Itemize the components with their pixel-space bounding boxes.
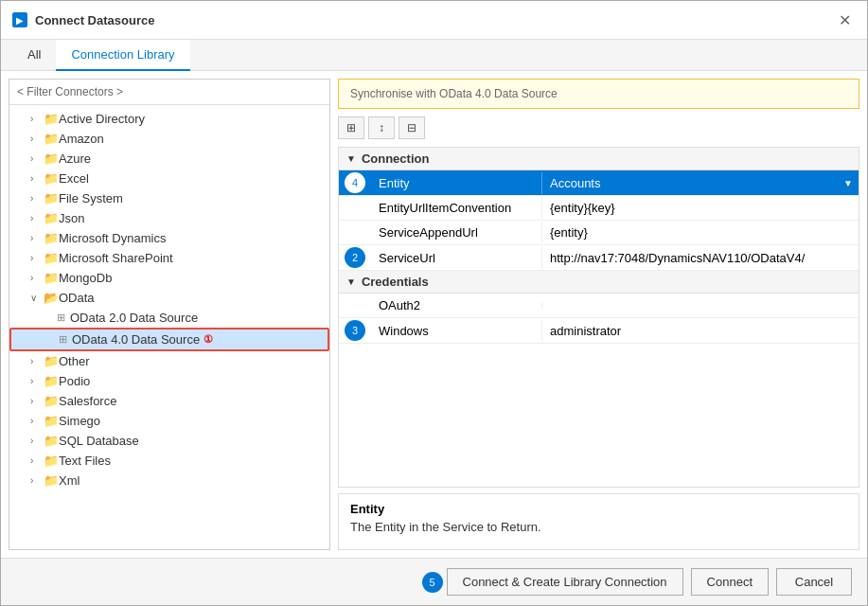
prop-name-oauth2: OAuth2 <box>371 294 541 316</box>
prop-row-oauth2[interactable]: OAuth2 <box>339 294 859 318</box>
connect-datasource-dialog: ▶ Connect Datasource ✕ All Connection Li… <box>0 0 868 606</box>
arrow-icon: › <box>30 114 44 124</box>
connect-create-group: 5 Connect & Create Library Connection <box>422 568 683 596</box>
arrow-icon: › <box>30 356 44 366</box>
tree-item-sql[interactable]: › 📁 SQL Database <box>9 431 329 451</box>
content-area: < Filter Connectors > › 📁 Active Directo… <box>1 71 867 558</box>
cancel-button[interactable]: Cancel <box>776 568 852 596</box>
tree-item-ms-sharepoint[interactable]: › 📁 Microsoft SharePoint <box>9 248 329 268</box>
tree-item-salesforce[interactable]: › 📁 Salesforce <box>9 391 329 411</box>
arrow-icon: › <box>30 213 44 223</box>
sync-notice: Synchronise with OData 4.0 Data Source <box>338 79 859 109</box>
tree-item-xml[interactable]: › 📁 Xml <box>9 471 329 490</box>
datasource-icon: ⊞ <box>57 312 65 324</box>
tree-item-other[interactable]: › 📁 Other <box>9 351 329 371</box>
filter-bar[interactable]: < Filter Connectors > <box>9 80 329 105</box>
folder-icon: 📁 <box>44 354 59 368</box>
dialog-title: Connect Datasource <box>35 13 154 27</box>
left-panel: < Filter Connectors > › 📁 Active Directo… <box>9 79 330 550</box>
title-bar: ▶ Connect Datasource ✕ <box>1 1 867 40</box>
description-text: The Entity in the Service to Return. <box>350 520 847 534</box>
right-panel: Synchronise with OData 4.0 Data Source ⊞… <box>338 79 859 550</box>
tree-item-label: Simego <box>59 414 100 428</box>
connect-button[interactable]: Connect <box>691 568 769 596</box>
tree-item-podio[interactable]: › 📁 Podio <box>9 371 329 391</box>
arrow-icon: › <box>30 173 44 184</box>
arrow-icon: › <box>30 455 44 466</box>
tree-item-label: Xml <box>59 473 80 488</box>
prop-value-serviceurl: http://nav17:7048/DynamicsNAV110/ODataV4… <box>541 247 859 269</box>
prop-value-windows: administrator <box>541 320 859 342</box>
tree-item-label: Active Directory <box>59 112 145 126</box>
tree-item-ms-dynamics[interactable]: › 📁 Microsoft Dynamics <box>9 228 329 248</box>
datasource-icon: ⊞ <box>59 333 67 346</box>
badge-3: 3 <box>345 320 365 341</box>
section-credentials-label: Credentials <box>362 275 429 289</box>
tree-item-label: OData <box>59 291 95 305</box>
section-credentials: ▼ Credentials <box>339 271 859 294</box>
prop-row-entity[interactable]: 4 Entity Accounts ▼ <box>339 170 859 196</box>
chevron-icon: ▼ <box>346 153 356 164</box>
arrow-spacer: › <box>45 334 59 345</box>
folder-icon: 📁 <box>44 374 59 388</box>
tree-item-filesystem[interactable]: › 📁 File System <box>9 188 329 208</box>
folder-icon: 📁 <box>44 171 59 186</box>
arrow-icon: › <box>30 233 44 243</box>
tab-connection-library[interactable]: Connection Library <box>56 40 189 71</box>
prop-row-serviceappend[interactable]: ServiceAppendUrl {entity} <box>339 221 859 245</box>
badge-5: 5 <box>422 572 443 593</box>
connect-create-button[interactable]: Connect & Create Library Connection <box>447 568 683 596</box>
prop-value-entityurl: {entity}{key} <box>541 197 859 219</box>
tree-item-azure[interactable]: › 📁 Azure <box>9 149 329 169</box>
prop-name-serviceappend: ServiceAppendUrl <box>371 222 541 243</box>
dropdown-arrow-icon[interactable]: ▼ <box>838 176 859 190</box>
folder-icon: 📁 <box>44 231 59 245</box>
prop-value-oauth2 <box>541 302 859 310</box>
folder-icon: 📁 <box>44 112 59 126</box>
arrow-icon: › <box>30 273 44 283</box>
toolbar: ⊞ ↕ ⊟ <box>338 115 859 141</box>
title-bar-left: ▶ Connect Datasource <box>12 12 154 27</box>
toolbar-btn-grid[interactable]: ⊞ <box>338 116 364 139</box>
folder-icon: 📁 <box>44 271 59 285</box>
tree-item-label: Excel <box>59 171 89 186</box>
tree-item-label: MongoDb <box>59 271 112 285</box>
tree-item-label: OData 4.0 Data Source <box>72 332 200 347</box>
description-title: Entity <box>350 502 847 516</box>
close-button[interactable]: ✕ <box>833 9 856 31</box>
toolbar-btn-sort[interactable]: ↕ <box>368 116 395 139</box>
prop-name-windows: Windows <box>371 320 541 342</box>
section-connection-label: Connection <box>362 152 430 166</box>
tree-item-mongodb[interactable]: › 📁 MongoDb <box>9 268 329 288</box>
tree-item-active-directory[interactable]: › 📁 Active Directory <box>9 109 329 129</box>
toolbar-btn-list[interactable]: ⊟ <box>399 116 425 139</box>
badge-2: 2 <box>345 247 365 268</box>
tab-all[interactable]: All <box>12 40 56 71</box>
tree-item-label: OData 2.0 Data Source <box>70 311 198 325</box>
prop-name-entity: Entity <box>371 172 541 194</box>
tree-item-text-files[interactable]: › 📁 Text Files <box>9 451 329 471</box>
prop-name-entityurl: EntityUrlItemConvention <box>371 197 541 219</box>
tree-item-excel[interactable]: › 📁 Excel <box>9 169 329 188</box>
tree-item-odata-2[interactable]: › ⊞ OData 2.0 Data Source <box>9 308 329 328</box>
tree-item-odata[interactable]: ∨ 📂 OData <box>9 288 329 308</box>
folder-icon: 📂 <box>44 291 59 305</box>
description-panel: Entity The Entity in the Service to Retu… <box>338 493 859 550</box>
tree-item-json[interactable]: › 📁 Json <box>9 208 329 228</box>
tree-item-label: Salesforce <box>59 394 116 408</box>
tree-item-simego[interactable]: › 📁 Simego <box>9 411 329 431</box>
tree-item-amazon[interactable]: › 📁 Amazon <box>9 129 329 149</box>
tree-item-label: Other <box>59 354 90 368</box>
prop-row-serviceurl[interactable]: 2 ServiceUrl http://nav17:7048/DynamicsN… <box>339 245 859 271</box>
folder-icon: 📁 <box>44 434 59 448</box>
tree-item-label: Microsoft Dynamics <box>59 231 166 245</box>
arrow-icon: ∨ <box>30 293 44 303</box>
prop-row-entityurl[interactable]: EntityUrlItemConvention {entity}{key} <box>339 196 859 221</box>
prop-row-windows[interactable]: 3 Windows administrator <box>339 318 859 344</box>
tree-item-label: Podio <box>59 374 90 388</box>
badge-4: 4 <box>345 172 365 193</box>
tree-item-odata-4[interactable]: › ⊞ OData 4.0 Data Source ① <box>9 328 329 351</box>
tree-container: › 📁 Active Directory › 📁 Amazon › 📁 Azur… <box>9 105 329 549</box>
arrow-icon: › <box>30 416 44 426</box>
tree-item-label: Amazon <box>59 132 104 146</box>
